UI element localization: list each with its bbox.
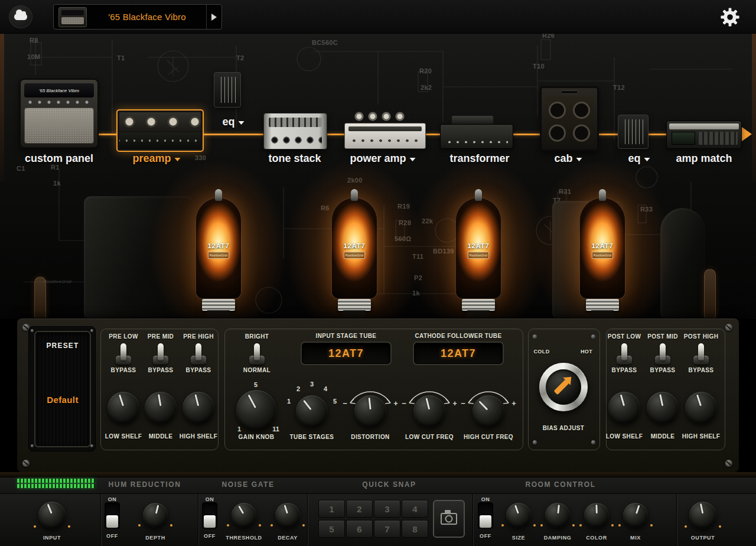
tube-socket: [591, 310, 614, 317]
cloud-sync-button[interactable]: [9, 5, 32, 28]
post-low-shelf-knob[interactable]: [608, 392, 640, 424]
divider: [472, 494, 474, 546]
settings-gear-icon[interactable]: [719, 6, 741, 28]
screw: [22, 460, 30, 467]
chain-module-eq-1[interactable]: [214, 72, 241, 108]
output-knob[interactable]: [689, 502, 716, 529]
high-cut-freq-knob[interactable]: [472, 395, 504, 427]
tube-brand-badge: PositiveGrid: [592, 252, 613, 259]
quick-snap-button-2[interactable]: 2: [346, 500, 373, 518]
gate-on-off-switch[interactable]: [202, 502, 217, 529]
chain-label-preamp[interactable]: preamp: [132, 152, 180, 165]
pre-low-label: PRE LOW: [109, 333, 138, 340]
chain-label-transformer[interactable]: transformer: [449, 152, 509, 165]
cathode-follower-tube-select[interactable]: 12AT7: [414, 343, 503, 364]
quick-snap-button-3[interactable]: 3: [374, 500, 400, 518]
schematic-label: R28: [399, 219, 411, 226]
pre-mid-toggle[interactable]: [150, 342, 171, 365]
size-knob[interactable]: [506, 503, 531, 528]
chain-label-power-amp[interactable]: power amp: [350, 152, 415, 165]
room-on-off-switch[interactable]: [478, 502, 493, 529]
pre-high-shelf-knob[interactable]: [183, 392, 214, 424]
chain-module-custom-panel[interactable]: '65 Blackface Vibro: [19, 79, 99, 148]
chain-module-cab[interactable]: [540, 86, 599, 151]
chain-module-tone-stack[interactable]: [263, 113, 327, 150]
quick-snap-button-7[interactable]: 7: [374, 520, 400, 538]
hum-on-off-switch[interactable]: [105, 502, 120, 529]
gate-off-label: OFF: [204, 533, 216, 539]
snap-number: 6: [357, 524, 361, 534]
quick-snap-button-5[interactable]: 5: [318, 520, 345, 538]
decay-knob[interactable]: [275, 503, 300, 528]
amp-head-knobs: [25, 99, 93, 105]
pre-low-shelf-knob[interactable]: [107, 392, 139, 424]
chain-module-transformer[interactable]: [440, 116, 513, 149]
decay-label: DECAY: [278, 535, 298, 541]
post-high-toggle[interactable]: [690, 342, 712, 365]
preset-selector[interactable]: '65 Blackface Vibro: [53, 4, 222, 30]
capacitor-silhouette: [660, 208, 705, 319]
bright-toggle[interactable]: [246, 342, 268, 365]
chain-label-tone-stack[interactable]: tone stack: [268, 152, 321, 165]
damping-knob[interactable]: [545, 503, 570, 528]
quick-snap-button-1[interactable]: 1: [318, 500, 345, 518]
tube-stages-knob[interactable]: [296, 395, 328, 427]
mix-knob[interactable]: [623, 503, 648, 528]
chevron-down-icon: [175, 158, 181, 161]
tube-print: 12AT7: [207, 242, 229, 249]
low-cut-freq-knob[interactable]: [413, 395, 445, 427]
post-low-bypass-label: BYPASS: [612, 367, 637, 373]
pre-low-toggle[interactable]: [113, 342, 134, 365]
quick-snap-button-8[interactable]: 8: [402, 520, 428, 538]
post-low-toggle[interactable]: [614, 342, 635, 365]
toggle-lever: [621, 343, 627, 360]
screw: [90, 444, 93, 447]
pre-middle-knob[interactable]: [145, 392, 177, 424]
bias-adjust-knob[interactable]: [539, 363, 588, 411]
size-label: SIZE: [512, 535, 525, 541]
tube-print: 12AT7: [343, 242, 365, 249]
quick-snap-button-4[interactable]: 4: [402, 500, 428, 518]
chain-module-eq-2[interactable]: [618, 115, 649, 149]
next-preset-arrow-icon[interactable]: [211, 14, 217, 21]
chain-label-text: eq: [222, 116, 234, 128]
input-label: INPUT: [43, 535, 61, 541]
tube-print: 12AT7: [591, 242, 613, 249]
led-meter-row: [17, 479, 95, 483]
quick-snap-button-6[interactable]: 6: [346, 520, 373, 538]
schematic-label: BD139: [433, 248, 454, 255]
post-mid-toggle[interactable]: [652, 342, 673, 365]
chain-label-text: preamp: [132, 152, 171, 165]
chain-label-custom-panel[interactable]: custom panel: [25, 152, 93, 165]
chain-label-text: amp match: [676, 152, 732, 165]
chain-label-amp-match[interactable]: amp match: [676, 152, 732, 165]
chain-label-eq-2[interactable]: eq: [628, 152, 650, 165]
chain-module-power-amp[interactable]: [344, 110, 426, 149]
input-knob[interactable]: [38, 502, 66, 529]
chain-label-eq-1[interactable]: eq: [222, 116, 244, 128]
schematic-label: R20: [419, 67, 432, 74]
chain-module-preamp[interactable]: [116, 109, 204, 152]
divider: [676, 494, 677, 546]
threshold-knob[interactable]: [232, 503, 256, 528]
pre-high-bypass-label: BYPASS: [186, 367, 211, 373]
cathode-follower-tube-value: 12AT7: [441, 347, 476, 360]
power-amp-body-art: [344, 123, 426, 149]
screw: [725, 460, 732, 467]
chevron-down-icon: [239, 121, 245, 125]
quick-snap-header: QUICK SNAP: [362, 480, 416, 489]
stages-scale-4: 4: [324, 385, 327, 392]
distortion-knob[interactable]: [354, 395, 386, 427]
snapshot-camera-button[interactable]: [433, 500, 465, 538]
chain-label-cab[interactable]: cab: [554, 152, 582, 165]
gain-knob[interactable]: [236, 390, 276, 430]
color-knob[interactable]: [584, 503, 609, 528]
pre-middle-label: MIDDLE: [149, 433, 173, 440]
post-middle-knob[interactable]: [647, 392, 679, 424]
input-stage-tube-select[interactable]: 12AT7: [302, 343, 390, 364]
depth-knob[interactable]: [143, 503, 168, 528]
snap-number: 2: [357, 504, 361, 514]
pre-high-toggle[interactable]: [188, 342, 209, 365]
chain-module-amp-match[interactable]: [666, 121, 742, 149]
post-high-shelf-knob[interactable]: [685, 392, 717, 424]
